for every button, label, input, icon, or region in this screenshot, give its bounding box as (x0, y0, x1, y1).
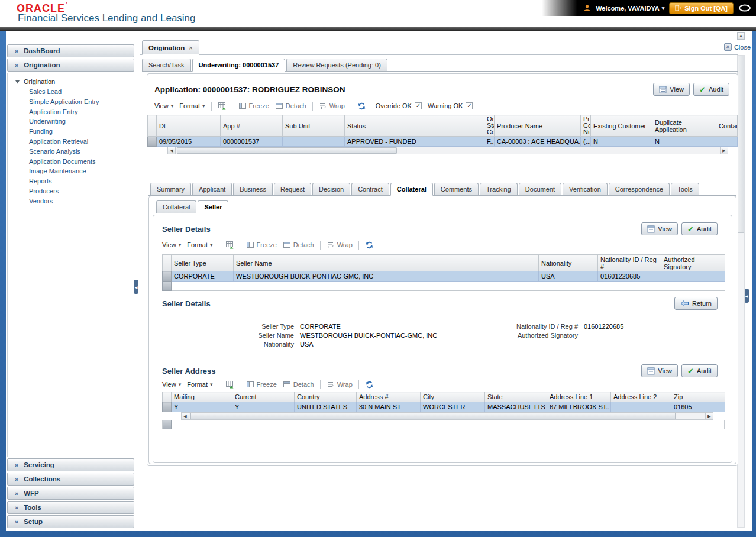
column-header-authorized-signatory[interactable]: Authorized Signatory (661, 255, 725, 271)
refresh-icon[interactable] (357, 102, 366, 111)
address-row[interactable]: Y Y UNITED STATES 30 N MAIN ST WORCESTER… (163, 402, 725, 412)
sidebar-panel-dashboard[interactable]: » DashBoard (7, 44, 134, 57)
tab-collateral[interactable]: Collateral (390, 183, 433, 196)
cell-zip[interactable]: 01605 (671, 402, 725, 412)
sidebar-panel-collections[interactable]: » Collections (7, 473, 134, 486)
cell-dt[interactable]: 09/05/2015 (157, 137, 221, 147)
tab-correspondence[interactable]: Correspondence (609, 183, 670, 195)
view-button[interactable]: View (641, 222, 678, 235)
wrap-button[interactable]: Wrap (327, 241, 353, 249)
view-button[interactable]: View (641, 364, 678, 377)
column-header-duplicate-application[interactable]: Duplicate Application (652, 115, 716, 137)
scroll-left-button[interactable]: ◀ (168, 147, 176, 154)
tab-comments[interactable]: Comments (434, 183, 479, 195)
refresh-icon[interactable] (365, 241, 374, 250)
cell-address-line-2[interactable] (611, 402, 671, 412)
column-header-address-line-1[interactable]: Address Line 1 (547, 392, 611, 402)
checked-checkbox-icon[interactable]: ✓ (415, 102, 422, 109)
export-icon[interactable] (225, 380, 234, 389)
column-header-nationality-id[interactable]: Nationality ID / Reg # (598, 255, 661, 271)
cell-nationality-id[interactable]: 01601220685 (598, 271, 661, 282)
welcome-user-menu[interactable]: Welcome, VAVAIDYA▾ (596, 5, 664, 12)
column-header-country[interactable]: Country (295, 392, 357, 402)
sidebar-panel-wfp[interactable]: » WFP (7, 487, 134, 500)
cell-country[interactable]: UNITED STATES (295, 402, 357, 412)
sidebar-item-reports[interactable]: Reports (8, 176, 134, 186)
column-header-address-number[interactable]: Address # (357, 392, 421, 402)
cell-address-number[interactable]: 30 N MAIN ST (357, 402, 421, 412)
sidebar-panel-servicing[interactable]: » Servicing (7, 458, 134, 471)
column-header-orig-stage[interactable]: Ori Sta Co (484, 115, 495, 137)
row-selector[interactable] (163, 402, 172, 412)
cell-orig-stage[interactable]: F... (484, 137, 495, 147)
column-header-producer-name[interactable]: Producer Name (495, 115, 581, 137)
scrollbar-thumb[interactable] (177, 147, 397, 154)
tab-underwriting[interactable]: Underwriting: 0000001537 (192, 59, 286, 72)
cell-seller-name[interactable]: WESTBOROUGH BUICK-PONTIAC-GMC, INC (234, 271, 539, 282)
detach-button[interactable]: Detach (283, 241, 314, 249)
scroll-right-button[interactable]: ▶ (720, 147, 728, 154)
application-row[interactable]: 09/05/2015 0000001537 APPROVED - FUNDED … (148, 137, 738, 147)
tab-search-task[interactable]: Search/Task (142, 59, 191, 71)
sidebar-item-application-entry[interactable]: Application Entry (8, 107, 134, 117)
column-header-state[interactable]: State (485, 392, 547, 402)
warning-ok-checkbox[interactable]: Warning OK✓ (428, 102, 473, 109)
column-header-zip[interactable]: Zip (671, 392, 725, 402)
override-ok-checkbox[interactable]: Override OK✓ (376, 102, 422, 109)
tab-applicant[interactable]: Applicant (192, 183, 232, 195)
export-icon[interactable] (218, 102, 226, 110)
detach-button[interactable]: Detach (275, 102, 306, 110)
tab-close-icon[interactable]: × (189, 44, 192, 51)
tab-request[interactable]: Request (274, 183, 311, 195)
tab-decision[interactable]: Decision (312, 183, 350, 195)
sidebar-item-application-retrieval[interactable]: Application Retrieval (8, 137, 134, 147)
row-selector[interactable] (148, 137, 157, 147)
tab-collateral-sub[interactable]: Collateral (156, 200, 196, 213)
scroll-left-button[interactable]: ◀ (182, 413, 189, 419)
column-header-city[interactable]: City (421, 392, 485, 402)
audit-button[interactable]: ✓ Audit (693, 83, 729, 96)
sidebar-panel-origination[interactable]: » Origination (7, 59, 134, 72)
tree-node-origination[interactable]: Origination (8, 76, 134, 87)
sidebar-panel-setup[interactable]: » Setup (7, 515, 134, 528)
wrap-button[interactable]: Wrap (327, 380, 353, 389)
tab-tracking[interactable]: Tracking (480, 183, 518, 195)
sidebar-item-scenario-analysis[interactable]: Scenario Analysis (8, 147, 134, 157)
applications-horizontal-scrollbar[interactable]: ◀ ▶ (167, 147, 728, 154)
freeze-button[interactable]: Freeze (246, 241, 277, 249)
column-header-app-number[interactable]: App # (221, 115, 283, 137)
return-button[interactable]: Return (674, 297, 718, 310)
export-icon[interactable] (225, 241, 234, 249)
cell-producer-contact[interactable]: (... (581, 137, 591, 147)
wrap-button[interactable]: Wrap (319, 102, 345, 110)
tab-verification[interactable]: Verification (563, 183, 608, 195)
column-header-nationality[interactable]: Nationality (539, 255, 598, 271)
checked-checkbox-icon[interactable]: ✓ (466, 102, 473, 109)
sidebar-item-producers[interactable]: Producers (8, 186, 134, 196)
sidebar-item-underwriting[interactable]: Underwriting (8, 117, 134, 127)
scroll-right-button[interactable]: ▶ (705, 413, 713, 419)
sidebar-collapse-handle[interactable]: ◀ (134, 280, 138, 294)
column-header-current[interactable]: Current (232, 392, 295, 402)
address-horizontal-scrollbar[interactable]: ◀ ▶ (181, 412, 713, 420)
tab-business[interactable]: Business (233, 183, 273, 195)
view-button[interactable]: View (653, 83, 690, 96)
column-header-seller-type[interactable]: Seller Type (172, 255, 234, 271)
column-header-dt[interactable]: Dt (157, 115, 221, 137)
panel-collapse-handle[interactable]: ◀ (744, 289, 749, 303)
close-link[interactable]: × Close (724, 43, 751, 51)
sidebar-item-funding[interactable]: Funding (8, 127, 134, 137)
column-header-producer-contact[interactable]: Prc Co Nu (581, 115, 591, 137)
row-selector[interactable] (163, 271, 172, 282)
cell-contact[interactable] (716, 137, 738, 147)
cell-duplicate-application[interactable]: N (652, 137, 716, 147)
close-icon[interactable]: × (724, 43, 732, 51)
column-header-status[interactable]: Status (345, 115, 484, 137)
cell-sub-unit[interactable] (283, 137, 345, 147)
tab-document[interactable]: Document (519, 183, 561, 195)
format-menu-button[interactable]: Format▾ (187, 381, 212, 388)
cell-seller-type[interactable]: CORPORATE (172, 271, 234, 282)
signout-button[interactable]: Sign Out [QA] (669, 2, 734, 14)
sidebar-item-image-maintenance[interactable]: Image Maintenance (8, 166, 134, 176)
audit-button[interactable]: ✓ Audit (681, 364, 718, 377)
